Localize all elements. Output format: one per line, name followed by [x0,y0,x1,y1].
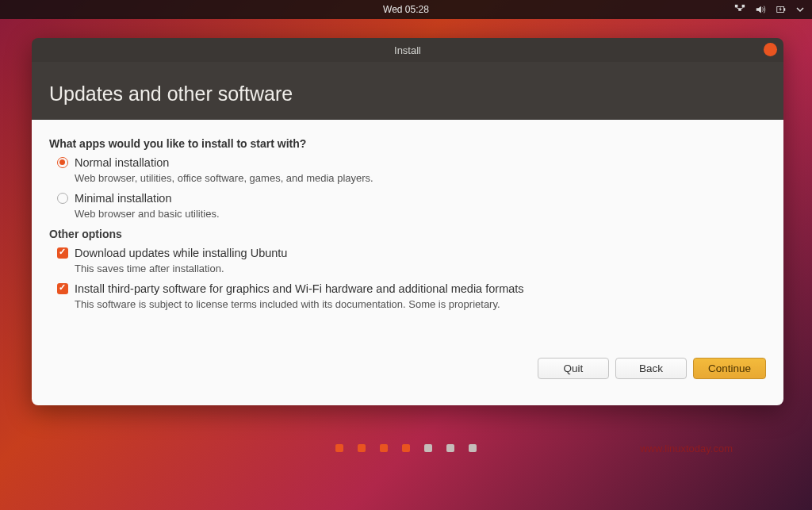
progress-dot-active [402,444,410,452]
clock: Wed 05:28 [383,4,429,15]
other-options-title: Other options [49,228,766,240]
minimal-hint: Web browser and basic utilities. [75,208,766,220]
progress-dot-inactive [424,444,432,452]
close-icon[interactable] [764,43,777,56]
radio-icon [57,193,68,204]
radio-label: Minimal installation [75,192,172,205]
checkbox-icon [57,247,68,259]
progress-dot-inactive [446,444,454,452]
radio-minimal-install[interactable]: Minimal installation [57,192,766,205]
svg-rect-6 [784,8,786,11]
window-content: What apps would you like to install to s… [32,120,783,405]
normal-hint: Web browser, utilities, office software,… [75,172,766,184]
progress-dot-active [380,444,388,452]
install-window: Install Updates and other software What … [32,38,783,405]
system-tray [734,4,804,15]
watermark: www.linuxtoday.com [640,443,733,454]
apps-question: What apps would you like to install to s… [49,137,766,150]
continue-button[interactable]: Continue [693,358,766,379]
page-title: Updates and other software [49,82,768,105]
volume-icon[interactable] [755,4,766,15]
progress-indicator [335,444,477,452]
battery-icon[interactable] [776,4,787,15]
back-button[interactable]: Back [615,358,687,379]
svg-rect-2 [742,5,745,8]
quit-button[interactable]: Quit [538,358,609,379]
check-label: Download updates while installing Ubuntu [75,247,287,259]
checkbox-icon [57,283,68,294]
radio-normal-install[interactable]: Normal installation [57,156,766,169]
system-topbar: Wed 05:28 [0,0,812,19]
check-thirdparty[interactable]: Install third-party software for graphic… [57,282,766,295]
svg-rect-0 [735,5,738,8]
dropdown-arrow-icon[interactable] [796,6,804,13]
check-download-updates[interactable]: Download updates while installing Ubuntu [57,247,766,259]
check-label: Install third-party software for graphic… [75,282,524,295]
window-header: Updates and other software [32,62,783,120]
progress-dot-inactive [469,444,477,452]
network-icon[interactable] [734,4,745,15]
progress-dot-active [335,444,343,452]
radio-label: Normal installation [75,156,169,169]
window-titlebar: Install [32,38,783,62]
thirdparty-hint: This software is subject to license term… [75,298,766,310]
radio-icon [57,157,68,168]
button-row: Quit Back Continue [49,358,766,379]
progress-dot-active [358,444,366,452]
updates-hint: This saves time after installation. [75,263,766,274]
window-title: Install [394,44,421,56]
